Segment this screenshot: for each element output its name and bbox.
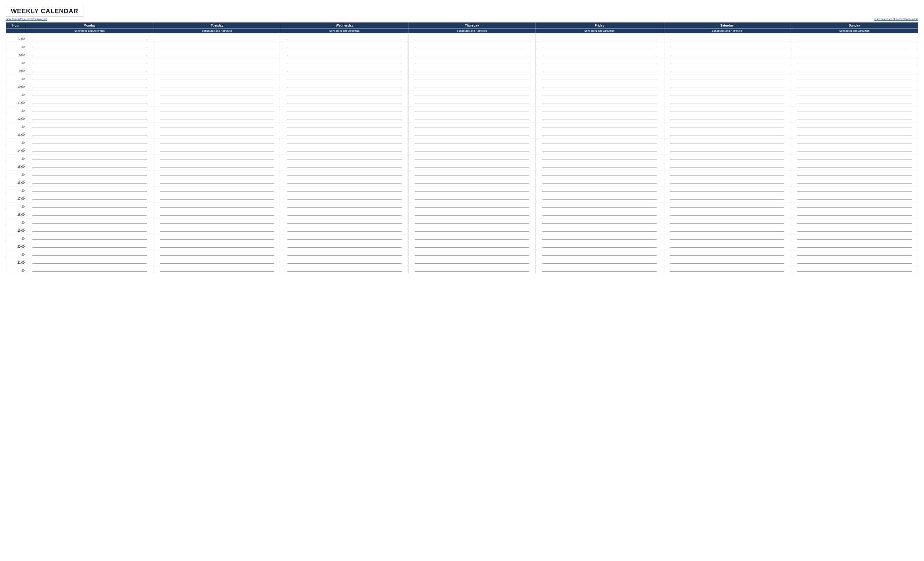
schedule-cell[interactable] (281, 161, 408, 169)
schedule-cell[interactable] (153, 89, 281, 97)
schedule-cell[interactable] (281, 265, 408, 273)
schedule-cell[interactable] (26, 121, 153, 129)
schedule-cell[interactable] (153, 201, 281, 209)
schedule-cell[interactable] (536, 209, 663, 217)
schedule-cell[interactable] (408, 97, 536, 105)
schedule-cell[interactable] (408, 41, 536, 49)
schedule-cell[interactable] (790, 49, 918, 57)
schedule-cell[interactable] (281, 177, 408, 185)
schedule-cell[interactable] (663, 89, 790, 97)
schedule-cell[interactable] (536, 113, 663, 121)
schedule-cell[interactable] (153, 81, 281, 89)
schedule-cell[interactable] (536, 217, 663, 225)
schedule-cell[interactable] (663, 137, 790, 145)
schedule-cell[interactable] (790, 57, 918, 65)
schedule-cell[interactable] (153, 137, 281, 145)
schedule-cell[interactable] (663, 65, 790, 73)
schedule-cell[interactable] (536, 81, 663, 89)
schedule-cell[interactable] (663, 129, 790, 137)
schedule-cell[interactable] (790, 185, 918, 193)
schedule-cell[interactable] (26, 73, 153, 81)
schedule-cell[interactable] (790, 121, 918, 129)
schedule-cell[interactable] (153, 185, 281, 193)
schedule-cell[interactable] (790, 169, 918, 177)
schedule-cell[interactable] (281, 193, 408, 201)
schedule-cell[interactable] (663, 225, 790, 233)
schedule-cell[interactable] (790, 65, 918, 73)
schedule-cell[interactable] (153, 97, 281, 105)
schedule-cell[interactable] (536, 49, 663, 57)
schedule-cell[interactable] (663, 41, 790, 49)
schedule-cell[interactable] (281, 129, 408, 137)
schedule-cell[interactable] (790, 73, 918, 81)
schedule-cell[interactable] (26, 33, 153, 41)
schedule-cell[interactable] (26, 145, 153, 153)
schedule-cell[interactable] (153, 217, 281, 225)
schedule-cell[interactable] (790, 177, 918, 185)
schedule-cell[interactable] (281, 41, 408, 49)
schedule-cell[interactable] (26, 249, 153, 257)
schedule-cell[interactable] (153, 65, 281, 73)
schedule-cell[interactable] (281, 33, 408, 41)
schedule-cell[interactable] (408, 201, 536, 209)
schedule-cell[interactable] (663, 113, 790, 121)
schedule-cell[interactable] (408, 161, 536, 169)
schedule-cell[interactable] (281, 81, 408, 89)
schedule-cell[interactable] (153, 73, 281, 81)
schedule-cell[interactable] (408, 169, 536, 177)
schedule-cell[interactable] (281, 225, 408, 233)
schedule-cell[interactable] (26, 225, 153, 233)
schedule-cell[interactable] (790, 201, 918, 209)
schedule-cell[interactable] (663, 81, 790, 89)
schedule-cell[interactable] (663, 49, 790, 57)
schedule-cell[interactable] (153, 249, 281, 257)
schedule-cell[interactable] (663, 169, 790, 177)
schedule-cell[interactable] (26, 49, 153, 57)
schedule-cell[interactable] (408, 185, 536, 193)
schedule-cell[interactable] (281, 121, 408, 129)
schedule-cell[interactable] (153, 129, 281, 137)
schedule-cell[interactable] (281, 73, 408, 81)
schedule-cell[interactable] (408, 265, 536, 273)
schedule-cell[interactable] (281, 249, 408, 257)
schedule-cell[interactable] (790, 33, 918, 41)
schedule-cell[interactable] (408, 137, 536, 145)
schedule-cell[interactable] (153, 177, 281, 185)
schedule-cell[interactable] (536, 185, 663, 193)
schedule-cell[interactable] (408, 65, 536, 73)
schedule-cell[interactable] (790, 41, 918, 49)
schedule-cell[interactable] (663, 185, 790, 193)
schedule-cell[interactable] (153, 209, 281, 217)
schedule-cell[interactable] (663, 161, 790, 169)
schedule-cell[interactable] (153, 145, 281, 153)
schedule-cell[interactable] (26, 41, 153, 49)
schedule-cell[interactable] (26, 193, 153, 201)
schedule-cell[interactable] (26, 241, 153, 249)
schedule-cell[interactable] (153, 169, 281, 177)
schedule-cell[interactable] (281, 217, 408, 225)
schedule-cell[interactable] (663, 265, 790, 273)
schedule-cell[interactable] (281, 233, 408, 241)
schedule-cell[interactable] (408, 233, 536, 241)
schedule-cell[interactable] (26, 89, 153, 97)
schedule-cell[interactable] (536, 241, 663, 249)
schedule-cell[interactable] (26, 169, 153, 177)
schedule-cell[interactable] (26, 105, 153, 113)
schedule-cell[interactable] (281, 89, 408, 97)
schedule-cell[interactable] (536, 257, 663, 265)
schedule-cell[interactable] (536, 89, 663, 97)
schedule-cell[interactable] (26, 97, 153, 105)
schedule-cell[interactable] (790, 161, 918, 169)
schedule-cell[interactable] (281, 137, 408, 145)
schedule-cell[interactable] (536, 129, 663, 137)
schedule-cell[interactable] (153, 33, 281, 41)
schedule-cell[interactable] (408, 49, 536, 57)
schedule-cell[interactable] (536, 73, 663, 81)
schedule-cell[interactable] (790, 265, 918, 273)
schedule-cell[interactable] (663, 33, 790, 41)
schedule-cell[interactable] (790, 113, 918, 121)
schedule-cell[interactable] (790, 225, 918, 233)
schedule-cell[interactable] (663, 193, 790, 201)
schedule-cell[interactable] (663, 177, 790, 185)
schedule-cell[interactable] (536, 249, 663, 257)
